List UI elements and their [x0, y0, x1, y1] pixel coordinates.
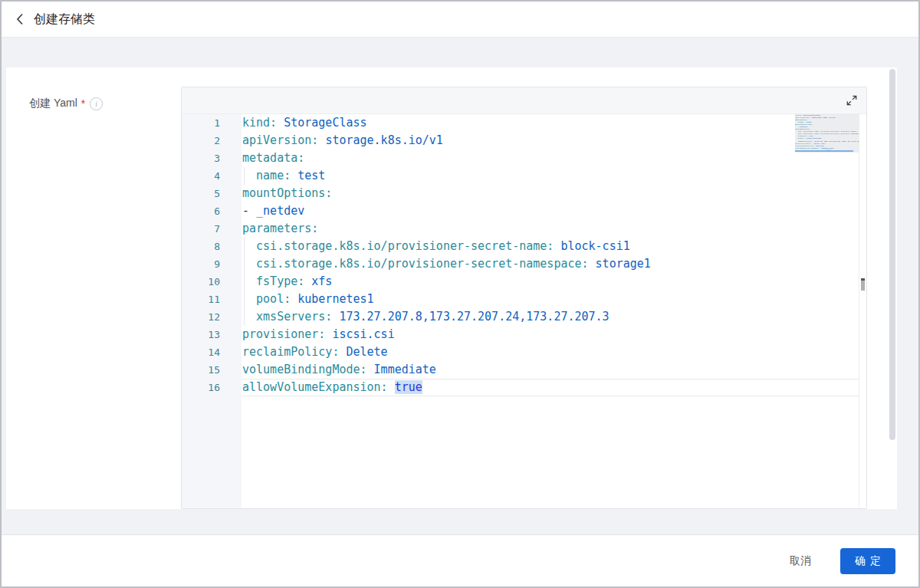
line-number: 1 [182, 114, 242, 132]
line-number: 9 [182, 255, 242, 273]
code-token: csi.storage.k8s.io/provisioner-secret-na… [256, 239, 554, 253]
code-line: mountOptions: [242, 185, 866, 202]
code-token: parameters: [242, 222, 318, 235]
page-header: 创建存储类 [2, 2, 918, 38]
cancel-button[interactable]: 取消 [785, 554, 816, 569]
code-token [388, 380, 395, 394]
line-number: 2 [182, 132, 242, 149]
code-token: provisioner: [242, 327, 325, 341]
yaml-editor[interactable]: 12345678910111213141516 kind: StorageCla… [181, 87, 867, 509]
code-line: metadata: [242, 149, 866, 167]
code-area[interactable]: kind: StorageClassapiVersion: storage.k8… [242, 114, 866, 508]
back-button[interactable] [9, 8, 31, 30]
line-number: 10 [182, 273, 242, 291]
line-number: 16 [182, 379, 242, 396]
code-line: - _netdev [242, 202, 866, 220]
line-number: 5 [182, 185, 242, 202]
editor-body: 12345678910111213141516 kind: StorageCla… [182, 114, 866, 508]
minimap-code: kind: StorageClassapiVersion: storage.k8… [795, 114, 859, 152]
line-number: 11 [182, 291, 242, 308]
line-number: 12 [182, 308, 242, 326]
line-number: 14 [182, 343, 242, 361]
code-line: pool: kubernetes1 [242, 291, 866, 308]
code-token [304, 274, 311, 288]
yaml-field-label-row: 创建 Yaml * i [29, 97, 103, 110]
code-token: kind: [242, 116, 277, 130]
indent-guide [244, 291, 245, 308]
code-line: xmsServers: 173.27.207.8,173.27.207.24,1… [242, 308, 866, 326]
code-token: storage.k8s.io/v1 [325, 133, 443, 147]
page-scrollbar-thumb[interactable] [889, 69, 895, 440]
code-token [367, 363, 374, 376]
code-token: true [395, 380, 422, 394]
code-token: storage.k8s.io/v1 [812, 117, 836, 118]
indent-guide [244, 238, 245, 255]
code-token: xfs [311, 274, 332, 288]
expand-icon [846, 94, 858, 107]
chevron-left-icon [15, 12, 25, 26]
editor-toolbar [182, 87, 866, 114]
code-token: Immediate [374, 363, 436, 376]
page-title: 创建存储类 [34, 11, 95, 28]
editor-scrollbar[interactable] [859, 114, 866, 508]
form-panel: 创建 Yaml * i 1234567891 [6, 67, 897, 509]
code-token: block-csi1 [560, 239, 629, 253]
code-line: csi.storage.k8s.io/provisioner-secret-na… [242, 255, 866, 273]
line-number: 15 [182, 361, 242, 379]
code-line: provisioner: iscsi.csi [242, 326, 866, 343]
code-line: volumeBindingMode: Immediate [242, 361, 866, 379]
fullscreen-button[interactable] [845, 94, 859, 107]
code-token: iscsi.csi [332, 327, 394, 341]
indent-guide [244, 255, 245, 273]
code-line: csi.storage.k8s.io/provisioner-secret-na… [242, 238, 866, 255]
line-number: 13 [182, 326, 242, 343]
code-token: allowVolumeExpansion: [242, 380, 388, 394]
code-line: reclaimPolicy: Delete [242, 343, 866, 361]
code-token: metadata: [242, 151, 304, 165]
code-token: xmsServers: [256, 310, 332, 324]
create-storage-class-page: 创建存储类 创建 Yaml * i [0, 0, 920, 588]
info-icon[interactable]: i [90, 97, 103, 110]
required-asterisk: * [81, 97, 85, 110]
code-token [291, 292, 297, 306]
code-token: volumeBindingMode: [242, 363, 367, 376]
minimap-selection-line [795, 150, 853, 152]
code-line: apiVersion: storage.k8s.io/v1 [242, 132, 866, 149]
indent-guide [244, 167, 245, 185]
code-token: name: [256, 169, 291, 182]
confirm-button[interactable]: 确定 [840, 548, 895, 574]
line-number: 3 [182, 149, 242, 167]
line-number: 8 [182, 238, 242, 255]
code-token: _netdev [256, 204, 304, 218]
line-number: 6 [182, 202, 242, 220]
line-number: 4 [182, 167, 242, 185]
code-token [277, 116, 284, 130]
code-token: StorageClass [284, 116, 366, 130]
minimap[interactable]: kind: StorageClassapiVersion: storage.k8… [795, 114, 859, 508]
code-token: mountOptions: [242, 186, 332, 200]
code-line: allowVolumeExpansion: true [242, 379, 866, 396]
code-token: fsType: [256, 274, 304, 288]
code-token: - [242, 204, 256, 218]
line-number: 7 [182, 220, 242, 238]
code-line: name: test [242, 167, 866, 185]
code-line: kind: StorageClass [242, 114, 866, 132]
code-token: 173.27.207.8,173.27.207.24,173.27.207.3 [339, 310, 609, 324]
code-token [291, 169, 297, 182]
code-line: fsType: xfs [242, 273, 866, 291]
code-token: storage1 [596, 257, 651, 271]
code-token [589, 257, 596, 271]
code-token: csi.storage.k8s.io/provisioner-secret-na… [256, 257, 588, 271]
overview-ruler-marker [861, 278, 865, 291]
code-token: test [297, 169, 325, 182]
code-token: pool: [256, 292, 291, 306]
code-token: Delete [346, 345, 387, 359]
code-line: parameters: [242, 220, 866, 238]
code-token: kubernetes1 [297, 292, 373, 306]
indent-guide [244, 273, 245, 291]
footer-action-bar: 取消 确定 [2, 534, 918, 586]
code-token: apiVersion: [242, 133, 318, 147]
line-number-gutter: 12345678910111213141516 [182, 114, 242, 508]
indent-guide [244, 308, 245, 326]
yaml-field-label: 创建 Yaml [29, 97, 77, 110]
